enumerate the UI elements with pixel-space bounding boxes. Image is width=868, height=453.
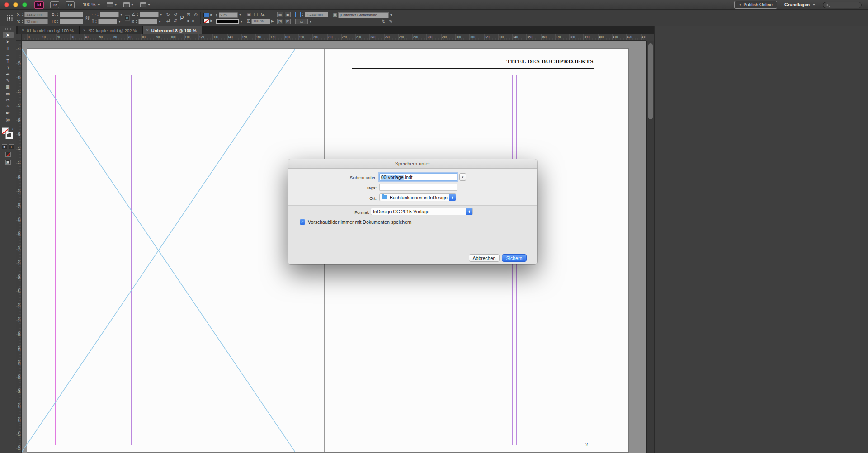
tool-button[interactable]: ➤ (3, 38, 14, 44)
stroke-weight-field[interactable]: 0 Pt (219, 12, 238, 18)
rotate-ccw-icon[interactable]: ↺ (174, 13, 177, 17)
shear-field[interactable] (138, 19, 157, 24)
stock-button[interactable]: St (66, 1, 75, 8)
canvas-scrollbar[interactable] (646, 41, 654, 453)
reference-point-proxy[interactable] (6, 14, 13, 21)
close-tab-icon[interactable]: × (83, 28, 85, 33)
scale-x-field[interactable] (100, 12, 119, 17)
tool-button[interactable]: ▯ (3, 45, 14, 51)
clear-overrides-icon[interactable]: ↯ (382, 19, 385, 24)
zoom-level-dropdown[interactable]: 100 %▼ (83, 2, 100, 7)
scrollbar-thumb[interactable] (648, 43, 653, 119)
format-dropdown[interactable]: InDesign CC 2015-Vorlage▲▼ (371, 208, 473, 215)
fill-swatch[interactable] (203, 13, 209, 17)
close-window-button[interactable] (4, 2, 9, 7)
height-stepper[interactable]: ▲▼ (57, 19, 59, 23)
tool-button[interactable]: ✒ (3, 71, 14, 77)
scale-x-stepper[interactable]: ▲▼ (97, 13, 99, 16)
tool-button[interactable]: ✑ (3, 103, 14, 109)
flip-horizontal-icon[interactable]: ⇄ (166, 19, 170, 23)
document-tab[interactable]: × Unbenannt-8 @ 100 % (143, 26, 203, 34)
formatting-text-button[interactable]: T (9, 144, 14, 149)
swap-fill-stroke-icon[interactable]: ⇄ (12, 127, 15, 131)
close-tab-icon[interactable]: × (22, 28, 24, 33)
rotate-cw-icon[interactable]: ↻ (166, 13, 170, 17)
document-tab[interactable]: × *02-kapitel.indd @ 202 % (80, 26, 143, 34)
corner-radius-field[interactable]: 4,233 mm (305, 12, 328, 17)
y-position-field[interactable]: 72 mm (24, 19, 48, 24)
stroke-weight-stepper[interactable]: ▲▼ (216, 13, 218, 17)
screen-mode-button[interactable]: ▣ (5, 160, 11, 165)
select-content-icon[interactable]: ⊙ (194, 13, 198, 17)
stroke-proxy-swatch[interactable] (6, 132, 13, 139)
fill-stroke-proxy[interactable]: ⇄ (1, 127, 15, 142)
screen-mode-button[interactable]: ▼ (140, 2, 151, 7)
shear-stepper[interactable]: ▲▼ (135, 19, 137, 23)
ruler-origin-box[interactable] (16, 34, 22, 41)
corner-radius-stepper[interactable]: ▲▼ (302, 13, 304, 16)
close-tab-icon[interactable]: × (146, 28, 149, 33)
height-field[interactable] (60, 19, 83, 24)
flip-vertical-icon[interactable]: ⇵ (174, 19, 177, 23)
filename-history-button[interactable]: ▼ (459, 173, 466, 181)
tool-button[interactable]: ✂ (3, 97, 14, 103)
apply-none-button[interactable] (5, 152, 11, 157)
object-style-dropdown[interactable]: [Einfacher Grafikrahme... (338, 12, 389, 18)
horizontal-ruler[interactable]: 0102030405060708090100110120130140150160… (22, 34, 646, 41)
select-previous-icon[interactable]: ◂ (186, 19, 189, 23)
save-button[interactable]: Sichern (502, 254, 527, 262)
x-position-field[interactable]: 318,5 mm (24, 12, 48, 17)
tool-button[interactable]: ▭ (3, 90, 14, 97)
toolbar-drag-handle[interactable] (5, 28, 11, 30)
corner-shape-dropdown[interactable]: ▭ (295, 19, 308, 24)
tool-button[interactable]: ↔ (3, 51, 14, 57)
tool-button[interactable]: ✎ (3, 77, 14, 84)
wrap-jump-button[interactable]: ◰ (285, 19, 291, 24)
rotation-field[interactable] (140, 12, 159, 17)
tool-button[interactable]: ➤ (3, 32, 14, 38)
corner-options-icon[interactable] (295, 12, 301, 17)
zoom-window-button[interactable] (22, 2, 27, 7)
view-options-button[interactable]: ▼ (123, 2, 134, 7)
location-dropdown[interactable]: Buchfunktionen in InDesign▲▼ (379, 193, 456, 201)
publish-online-button[interactable]: ↑Publish Online (734, 1, 777, 9)
tags-input[interactable] (379, 184, 457, 191)
tool-button[interactable]: ∖ (3, 64, 14, 71)
minimize-window-button[interactable] (13, 2, 18, 7)
wrap-none-button[interactable]: ▦ (277, 12, 283, 17)
wrap-object-button[interactable]: ◳ (277, 19, 283, 24)
tool-button[interactable]: ☛ (3, 110, 14, 116)
object-effects-icon[interactable]: ▢ (254, 12, 258, 17)
vertical-ruler[interactable]: 0102030405060708090100110120130140150160… (16, 41, 22, 453)
y-stepper[interactable]: ▲▼ (21, 19, 24, 23)
select-container-icon[interactable]: ⊡ (186, 13, 190, 17)
formatting-container-button[interactable]: ■ (2, 144, 7, 149)
stroke-swatch[interactable] (203, 19, 209, 23)
scale-y-field[interactable] (98, 19, 117, 24)
tool-button[interactable]: T (3, 58, 14, 64)
preview-checkbox[interactable]: ✓ (300, 219, 305, 225)
scale-y-stepper[interactable]: ▲▼ (95, 19, 97, 23)
effects-icon[interactable]: ▣ (247, 12, 251, 17)
search-input[interactable] (823, 2, 862, 8)
filename-input[interactable]: 00-vorlage.indt (379, 173, 457, 181)
bridge-button[interactable]: Br (50, 1, 59, 8)
cancel-button[interactable]: Abbrechen (469, 254, 500, 262)
document-tab[interactable]: × 01-kapitel.indd @ 100 % (18, 26, 80, 34)
rotation-stepper[interactable]: ▲▼ (137, 13, 139, 16)
select-next-icon[interactable]: ▸ (192, 19, 194, 23)
document-arrange-button[interactable]: ▼ (107, 2, 117, 7)
opacity-field[interactable]: 100 % (251, 19, 270, 24)
constrain-proportions-icon[interactable]: ⛓ (85, 16, 90, 20)
tool-button[interactable]: ◎ (3, 116, 14, 123)
tool-button[interactable]: ⊠ (3, 84, 14, 90)
width-field[interactable] (60, 12, 83, 17)
wrap-bounding-button[interactable]: ▣ (285, 12, 291, 17)
style-edit-icon[interactable]: ✎ (389, 19, 392, 24)
width-stepper[interactable]: ▲▼ (57, 13, 59, 16)
fx-icon[interactable]: fx. (260, 12, 265, 17)
link-scale-icon[interactable]: 8 (125, 15, 130, 21)
x-stepper[interactable]: ▲▼ (22, 13, 24, 16)
stroke-type-dropdown[interactable] (216, 19, 239, 24)
workspace-switcher[interactable]: Grundlagen▼ (784, 2, 816, 7)
